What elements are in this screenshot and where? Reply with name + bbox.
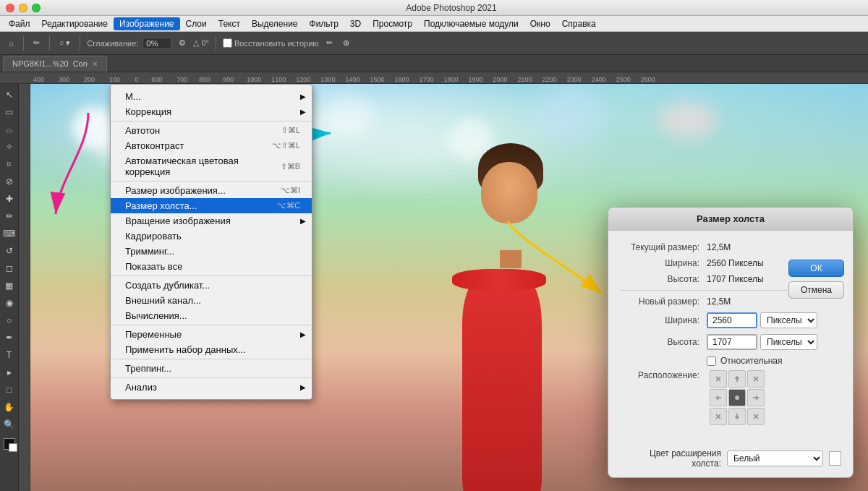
eraser-tool[interactable]: ◻ [1,260,17,276]
anchor-tc[interactable] [728,370,746,388]
current-width-value: 2560 Пикселы [707,258,764,268]
zoom-tool[interactable]: 🔍 [1,417,17,432]
menu-item-trim[interactable]: Тримминг... [111,244,312,259]
cancel-button[interactable]: Отмена [788,281,844,299]
extra-btn1[interactable]: ✏ [323,37,336,49]
hand-tool[interactable]: ✋ [1,399,17,415]
menu-item-variables[interactable]: Переменные [111,327,312,342]
menu-item-autocontrast[interactable]: Автоконтраст ⌥⇧⌘L [111,138,312,153]
anchor-mc[interactable] [728,389,746,406]
menu-3d[interactable]: 3D [344,17,367,30]
close-button[interactable] [6,4,14,12]
gradient-tool[interactable]: ▦ [1,278,17,294]
anchor-br[interactable] [747,408,765,425]
selection-tool[interactable]: ▭ [1,104,17,120]
minimize-button[interactable] [19,4,27,12]
settings-btn[interactable]: ⚙ [176,37,189,49]
new-height-input[interactable] [707,334,757,350]
current-height-value: 1707 Пикселы [707,274,764,284]
preset-picker[interactable]: ○ ▾ [56,37,74,49]
annotation-arrow-pink [45,106,103,223]
relative-checkbox[interactable] [707,356,716,366]
angle-label: △ 0° [193,38,209,48]
relative-checkbox-row: Относительная [620,356,841,366]
maximize-button[interactable] [32,4,41,12]
menu-item-canvassize[interactable]: Размер холста... ⌥⌘C [111,198,312,213]
title-bar: Adobe Photoshop 2021 [0,0,868,16]
canvas-area[interactable]: М... Коррекция Автотон ⇧⌘L Автоконтраст [30,84,868,491]
menu-item-correction[interactable]: Коррекция [111,104,312,119]
menu-layers[interactable]: Слои [180,17,213,30]
current-size-row: Текущий размер: 12,5M [620,242,841,252]
menu-item-crop[interactable]: Кадрировать [111,229,312,244]
menu-view[interactable]: Просмотр [367,17,418,30]
eyedropper-tool[interactable]: ⊘ [1,174,17,189]
menu-text[interactable]: Текст [213,17,246,30]
anchor-tl[interactable] [710,370,727,388]
new-width-input[interactable] [707,312,757,328]
menu-image[interactable]: Изображение [114,17,180,30]
menu-item-imagesize[interactable]: Размер изображения... ⌥⌘I [111,183,312,198]
new-width-unit-select[interactable]: Пикселы Дюймы см [760,312,817,328]
menu-item-autocolor[interactable]: Автоматическая цветовая коррекция ⇧⌘B [111,153,312,179]
menu-item-autotone[interactable]: Автотон ⇧⌘L [111,123,312,138]
menu-edit[interactable]: Редактирование [36,17,114,30]
anchor-ml[interactable] [710,389,727,406]
clone-tool[interactable]: ⌨ [1,226,17,242]
brush-tool[interactable]: ✏ [1,208,17,224]
text-tool[interactable]: T [1,347,17,363]
menu-item-trapping[interactable]: Треппинг... [111,361,312,376]
move-tool[interactable]: ↖ [1,87,17,103]
anchor-bl[interactable] [710,408,727,425]
history-brush[interactable]: ↺ [1,243,17,259]
new-height-unit-select[interactable]: Пикселы Дюймы см [760,334,817,350]
menu-item-mode[interactable]: М... [111,89,312,104]
color-swatch[interactable] [829,451,841,466]
document-tab[interactable]: NPG8KI1...%20 Con ✕ [3,56,107,72]
menu-help[interactable]: Справка [556,17,602,30]
anchor-grid [710,370,765,425]
current-size-value: 12,5M [707,242,731,252]
menu-section-2: Автотон ⇧⌘L Автоконтраст ⌥⇧⌘L Автоматиче… [111,121,312,182]
image-menu-dropdown: М... Коррекция Автотон ⇧⌘L Автоконтраст [110,84,312,400]
new-size-label: Новый размер: [620,296,707,307]
tab-close-btn[interactable]: ✕ [92,60,98,68]
menu-item-applydata[interactable]: Применить набор данных... [111,342,312,357]
menu-item-duplicate[interactable]: Создать дубликат... [111,278,312,293]
blur-tool[interactable]: ◉ [1,295,17,311]
restore-history-checkbox[interactable] [223,38,232,48]
color-fill-select[interactable]: Белый Черный Серый Цвет переднего плана … [727,451,823,466]
ok-button[interactable]: ОК [788,260,844,277]
home-btn[interactable]: ⌂ [6,38,17,49]
menu-select[interactable]: Выделение [246,17,304,30]
shape-tool[interactable]: □ [1,382,17,398]
menu-file[interactable]: Файл [3,17,36,30]
anchor-tr[interactable] [747,370,765,388]
dodge-tool[interactable]: ○ [1,312,17,328]
lasso-tool[interactable]: ⌓ [1,121,17,137]
menu-item-external[interactable]: Внешний канал... [111,293,312,308]
current-size-label: Текущий размер: [620,242,707,252]
menu-plugins[interactable]: Подключаемые модули [418,17,524,30]
path-selection-tool[interactable]: ▸ [1,364,17,380]
menu-item-calculations[interactable]: Вычисления... [111,308,312,323]
menu-item-showall[interactable]: Показать все [111,259,312,274]
menu-item-analysis[interactable]: Анализ [111,380,312,395]
brush-tool-btn[interactable]: ✏ [30,37,43,49]
menu-item-rotate[interactable]: Вращение изображения [111,213,312,229]
extra-btn2[interactable]: ⊕ [340,37,352,49]
current-height-label: Высота: [620,274,707,284]
menu-section-1: М... Коррекция [111,87,312,121]
position-label: Расположение: [620,370,707,380]
anchor-mr[interactable] [747,389,765,406]
smoothing-input[interactable] [142,38,171,49]
dialog-button-group: ОК Отмена [788,260,844,299]
menu-filter[interactable]: Фильтр [304,17,344,30]
crop-tool[interactable]: ⌗ [1,156,17,172]
pen-tool[interactable]: ✒ [1,330,17,346]
magic-wand-tool[interactable]: ✧ [1,139,17,155]
menu-window[interactable]: Окно [524,17,556,30]
heal-tool[interactable]: ✚ [1,191,17,207]
new-width-row: Ширина: Пикселы Дюймы см [620,312,841,328]
anchor-bc[interactable] [728,408,746,425]
